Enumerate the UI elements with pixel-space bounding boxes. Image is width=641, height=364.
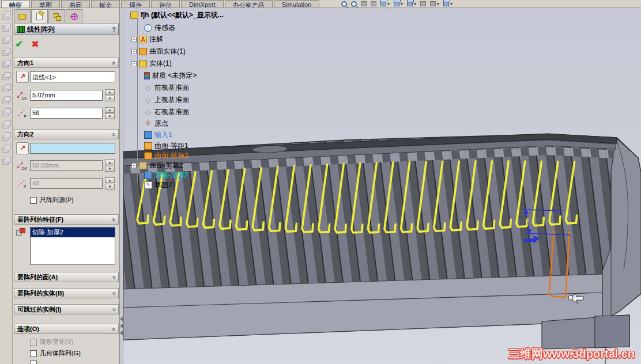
hide-show-items-icon[interactable]: ▾ [430,0,439,7]
command-manager-bar: 特征草图曲面钣金焊件评估DimXpert办公室产品Simulation ▾▾▾▾… [0,0,641,8]
options-header[interactable]: 选项(O) « [14,324,119,334]
panel-title: 线性阵列 [27,25,112,35]
watermark: 三维网www.3dportal.cn [508,346,635,362]
features-toolbar-vertical [0,8,13,364]
plane-icon: ◇ [144,108,152,116]
tab-dimxpert-manager[interactable] [66,9,82,23]
tree-item[interactable]: ◇前视基准面 [144,82,189,93]
tab-feature-manager[interactable] [14,9,31,23]
features-to-pattern-header[interactable]: 要阵列的特征(F) « [14,214,119,225]
model-viewport[interactable] [123,8,641,364]
zoom-to-area-icon[interactable] [351,0,357,7]
command-tab-DimXpert[interactable]: DimXpert [181,0,224,8]
command-tab-办公室产品[interactable]: 办公室产品 [225,0,273,8]
features-to-pattern-list[interactable]: 切除-加厚2 [30,227,115,265]
direction1-edge-field[interactable]: 边线<1> [30,71,115,82]
collapse-chevron-icon: « [110,218,116,221]
direction2-edge-field[interactable] [30,143,115,154]
direction2-spacing-field[interactable]: 50.00mm [30,160,103,171]
panel-splitter[interactable] [120,8,123,364]
property-manager-panel: 线性阵列 ? ✔ ✖ 方向1 « ↗ 边线<1> ⤢D1 5.02mm ▲▼ ⋰… [13,8,120,364]
feature-tool-icon [2,84,11,93]
direction2-count-field[interactable]: 48 [30,178,103,189]
tree-item[interactable]: 切除-加厚2 [144,170,188,180]
command-tab-评估[interactable]: 评估 [151,0,180,8]
direction1-spacing-field[interactable]: 5.02mm [30,90,103,101]
pattern-seed-only-checkbox[interactable]: 只阵列源(P) [30,196,74,204]
tab-configuration-manager-icon [54,13,61,20]
tree-item[interactable]: 曲面-延伸2 [144,150,188,161]
direction2-header[interactable]: 方向2 « [14,129,119,139]
plane-icon: ◇ [144,84,152,92]
tab-configuration-manager[interactable] [48,9,65,23]
tree-item[interactable]: 传感器 [144,22,175,33]
direction1-header[interactable]: 方向1 « [14,58,119,68]
tree-item[interactable]: +曲面-剪裁2 [131,160,183,170]
direction1-count-field[interactable]: 56 [30,108,103,119]
edit-appearance-icon[interactable] [420,0,426,7]
tab-property-manager-icon [36,13,43,20]
zoom-to-fit-icon[interactable] [341,0,347,7]
help-button[interactable]: ? [112,26,116,33]
bodies-to-pattern-header[interactable]: 要阵列的实体(B) « [14,288,119,298]
feature-tool-icon [2,36,11,44]
collapse-chevron-icon: « [110,327,116,331]
direction1-reverse-button[interactable]: ↗ [16,71,29,83]
tab-feature-manager-icon [18,14,26,20]
apply-scene-icon[interactable]: ▾ [380,0,390,7]
display-style-icon[interactable]: ▾ [407,0,416,7]
view-settings-icon[interactable]: ▾ [443,0,453,7]
instances-to-skip-header[interactable]: 可跳过的实例(I) « [14,304,119,314]
command-tab-草图[interactable]: 草图 [31,0,60,8]
tree-item[interactable]: ◇上视基准面 [144,94,189,105]
splitter-arrow-icon [120,317,123,321]
faces-to-pattern-header[interactable]: 要阵列的面(A) « [14,272,119,282]
sketch-icon: ✎ [144,181,152,189]
tree-item[interactable]: +曲面实体(1) [131,46,186,56]
tree-item[interactable]: +实体(1) [131,58,172,69]
previous-view-icon[interactable] [361,0,367,7]
tab-dimxpert-manager-icon [71,13,78,20]
section-view-icon[interactable] [371,0,376,7]
tree-item[interactable]: ✎草图2 [144,180,172,190]
options-checkbox-3[interactable] [30,361,40,364]
ok-button[interactable]: ✔ [15,38,23,50]
expand-icon[interactable]: + [131,37,137,42]
tree-item[interactable]: ✛原点 [144,118,168,128]
tree-item[interactable]: +A注解 [131,34,163,44]
command-tab-曲面[interactable]: 曲面 [61,0,90,8]
imported-icon [144,131,152,139]
direction1-count-spinner[interactable]: ▲▼ [105,107,115,119]
list-item-selected[interactable]: 切除-加厚2 [31,227,115,237]
direction2-spacing-spinner[interactable]: ▲▼ [105,160,115,172]
surface-offset-icon [144,142,152,150]
tree-item[interactable]: ◇右视基准面 [144,107,189,117]
expand-icon[interactable]: + [131,61,137,66]
plane-icon: ◇ [144,96,152,104]
direction2-count-spinner[interactable]: ▲▼ [105,177,115,189]
view-orientation-icon[interactable]: ▾ [394,0,403,7]
tab-property-manager[interactable] [31,9,48,23]
expand-icon[interactable]: + [131,49,137,54]
command-tab-钣金[interactable]: 钣金 [91,0,120,8]
feature-tool-icon [2,157,11,165]
command-tab-Simulation[interactable]: Simulation [274,0,319,8]
sensors-icon [144,24,152,32]
tree-item[interactable]: fjh (默认<<默认>_显示状... [130,10,224,20]
tree-item[interactable]: 材质 <未指定> [144,70,197,81]
cancel-button[interactable]: ✖ [31,39,39,50]
feature-tool-icon [2,60,11,69]
expand-icon[interactable]: + [131,163,137,168]
solidworks-window: 特征草图曲面钣金焊件评估DimXpert办公室产品Simulation ▾▾▾▾… [0,0,641,364]
tree-item[interactable]: 输入1 [144,130,172,140]
surface-trim-icon [139,162,147,169]
pm-actions: ✔ ✖ [15,37,39,51]
options-checkbox-2[interactable]: 几何体阵列(G) [30,349,81,358]
command-tab-特征[interactable]: 特征 [1,0,30,8]
count-icon: ⋰# [16,108,28,119]
direction2-reverse-button[interactable]: ↗ [16,142,29,154]
tree-item[interactable]: 曲面-等距1 [144,141,188,151]
command-tab-焊件[interactable]: 焊件 [121,0,150,8]
direction1-spacing-spinner[interactable]: ▲▼ [105,89,115,101]
solid-bodies-folder-icon [139,60,147,67]
